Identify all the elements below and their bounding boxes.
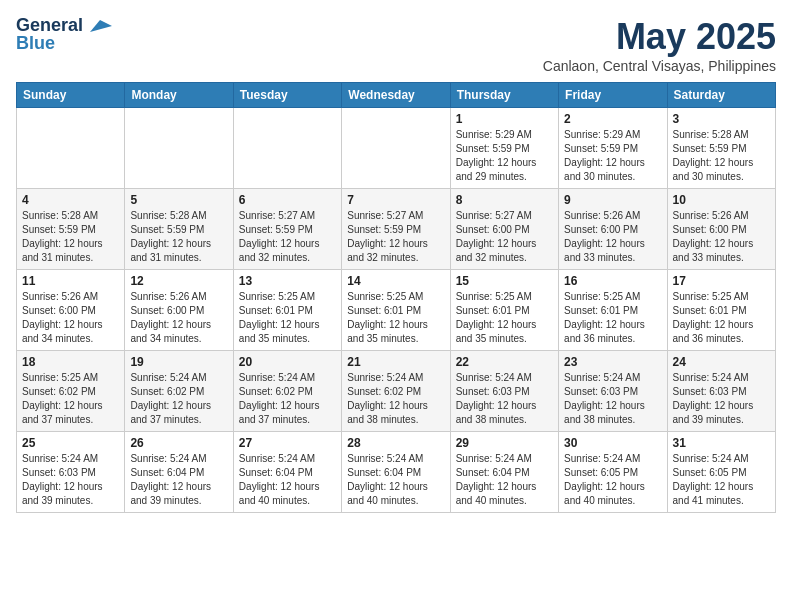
- weekday-tuesday: Tuesday: [233, 83, 341, 108]
- calendar-cell: 11Sunrise: 5:26 AM Sunset: 6:00 PM Dayli…: [17, 270, 125, 351]
- calendar-cell: 12Sunrise: 5:26 AM Sunset: 6:00 PM Dayli…: [125, 270, 233, 351]
- calendar-cell: 17Sunrise: 5:25 AM Sunset: 6:01 PM Dayli…: [667, 270, 775, 351]
- day-number: 6: [239, 193, 336, 207]
- calendar-cell: 10Sunrise: 5:26 AM Sunset: 6:00 PM Dayli…: [667, 189, 775, 270]
- day-number: 15: [456, 274, 553, 288]
- day-info: Sunrise: 5:24 AM Sunset: 6:04 PM Dayligh…: [456, 452, 553, 508]
- day-info: Sunrise: 5:27 AM Sunset: 6:00 PM Dayligh…: [456, 209, 553, 265]
- logo-blue-text: Blue: [16, 34, 55, 54]
- day-info: Sunrise: 5:26 AM Sunset: 6:00 PM Dayligh…: [564, 209, 661, 265]
- weekday-wednesday: Wednesday: [342, 83, 450, 108]
- day-info: Sunrise: 5:24 AM Sunset: 6:05 PM Dayligh…: [673, 452, 770, 508]
- day-number: 25: [22, 436, 119, 450]
- day-number: 13: [239, 274, 336, 288]
- day-number: 20: [239, 355, 336, 369]
- day-info: Sunrise: 5:24 AM Sunset: 6:03 PM Dayligh…: [564, 371, 661, 427]
- day-info: Sunrise: 5:24 AM Sunset: 6:04 PM Dayligh…: [347, 452, 444, 508]
- day-number: 9: [564, 193, 661, 207]
- calendar-cell: 14Sunrise: 5:25 AM Sunset: 6:01 PM Dayli…: [342, 270, 450, 351]
- day-number: 3: [673, 112, 770, 126]
- day-info: Sunrise: 5:24 AM Sunset: 6:04 PM Dayligh…: [130, 452, 227, 508]
- day-number: 23: [564, 355, 661, 369]
- day-number: 16: [564, 274, 661, 288]
- calendar-cell: 6Sunrise: 5:27 AM Sunset: 5:59 PM Daylig…: [233, 189, 341, 270]
- day-number: 7: [347, 193, 444, 207]
- weekday-saturday: Saturday: [667, 83, 775, 108]
- day-number: 27: [239, 436, 336, 450]
- day-number: 19: [130, 355, 227, 369]
- page-header: General Blue May 2025 Canlaon, Central V…: [16, 16, 776, 74]
- day-number: 1: [456, 112, 553, 126]
- day-info: Sunrise: 5:29 AM Sunset: 5:59 PM Dayligh…: [564, 128, 661, 184]
- day-info: Sunrise: 5:26 AM Sunset: 6:00 PM Dayligh…: [130, 290, 227, 346]
- day-number: 29: [456, 436, 553, 450]
- calendar-cell: 20Sunrise: 5:24 AM Sunset: 6:02 PM Dayli…: [233, 351, 341, 432]
- day-number: 26: [130, 436, 227, 450]
- day-info: Sunrise: 5:24 AM Sunset: 6:05 PM Dayligh…: [564, 452, 661, 508]
- calendar-cell: 28Sunrise: 5:24 AM Sunset: 6:04 PM Dayli…: [342, 432, 450, 513]
- calendar-cell: 26Sunrise: 5:24 AM Sunset: 6:04 PM Dayli…: [125, 432, 233, 513]
- day-number: 12: [130, 274, 227, 288]
- day-info: Sunrise: 5:24 AM Sunset: 6:02 PM Dayligh…: [239, 371, 336, 427]
- calendar-cell: 29Sunrise: 5:24 AM Sunset: 6:04 PM Dayli…: [450, 432, 558, 513]
- calendar-cell: 25Sunrise: 5:24 AM Sunset: 6:03 PM Dayli…: [17, 432, 125, 513]
- calendar-cell: 22Sunrise: 5:24 AM Sunset: 6:03 PM Dayli…: [450, 351, 558, 432]
- logo-icon: [90, 18, 112, 34]
- day-info: Sunrise: 5:25 AM Sunset: 6:01 PM Dayligh…: [564, 290, 661, 346]
- calendar-cell: 7Sunrise: 5:27 AM Sunset: 5:59 PM Daylig…: [342, 189, 450, 270]
- calendar-cell: 18Sunrise: 5:25 AM Sunset: 6:02 PM Dayli…: [17, 351, 125, 432]
- day-number: 17: [673, 274, 770, 288]
- weekday-thursday: Thursday: [450, 83, 558, 108]
- location: Canlaon, Central Visayas, Philippines: [543, 58, 776, 74]
- day-number: 30: [564, 436, 661, 450]
- day-info: Sunrise: 5:28 AM Sunset: 5:59 PM Dayligh…: [130, 209, 227, 265]
- day-number: 5: [130, 193, 227, 207]
- day-number: 14: [347, 274, 444, 288]
- calendar-cell: [125, 108, 233, 189]
- day-info: Sunrise: 5:24 AM Sunset: 6:02 PM Dayligh…: [347, 371, 444, 427]
- day-number: 24: [673, 355, 770, 369]
- day-info: Sunrise: 5:25 AM Sunset: 6:01 PM Dayligh…: [456, 290, 553, 346]
- day-number: 4: [22, 193, 119, 207]
- calendar-cell: 4Sunrise: 5:28 AM Sunset: 5:59 PM Daylig…: [17, 189, 125, 270]
- day-info: Sunrise: 5:24 AM Sunset: 6:04 PM Dayligh…: [239, 452, 336, 508]
- month-title: May 2025: [543, 16, 776, 58]
- day-number: 18: [22, 355, 119, 369]
- calendar-cell: 3Sunrise: 5:28 AM Sunset: 5:59 PM Daylig…: [667, 108, 775, 189]
- calendar-cell: 24Sunrise: 5:24 AM Sunset: 6:03 PM Dayli…: [667, 351, 775, 432]
- calendar-cell: 21Sunrise: 5:24 AM Sunset: 6:02 PM Dayli…: [342, 351, 450, 432]
- calendar-cell: 1Sunrise: 5:29 AM Sunset: 5:59 PM Daylig…: [450, 108, 558, 189]
- calendar-cell: 15Sunrise: 5:25 AM Sunset: 6:01 PM Dayli…: [450, 270, 558, 351]
- day-number: 10: [673, 193, 770, 207]
- day-info: Sunrise: 5:29 AM Sunset: 5:59 PM Dayligh…: [456, 128, 553, 184]
- day-number: 21: [347, 355, 444, 369]
- calendar-cell: 31Sunrise: 5:24 AM Sunset: 6:05 PM Dayli…: [667, 432, 775, 513]
- logo: General Blue: [16, 16, 112, 54]
- day-info: Sunrise: 5:24 AM Sunset: 6:02 PM Dayligh…: [130, 371, 227, 427]
- day-info: Sunrise: 5:26 AM Sunset: 6:00 PM Dayligh…: [673, 209, 770, 265]
- day-info: Sunrise: 5:28 AM Sunset: 5:59 PM Dayligh…: [22, 209, 119, 265]
- week-row-2: 4Sunrise: 5:28 AM Sunset: 5:59 PM Daylig…: [17, 189, 776, 270]
- weekday-sunday: Sunday: [17, 83, 125, 108]
- weekday-header-row: SundayMondayTuesdayWednesdayThursdayFrid…: [17, 83, 776, 108]
- week-row-3: 11Sunrise: 5:26 AM Sunset: 6:00 PM Dayli…: [17, 270, 776, 351]
- day-number: 11: [22, 274, 119, 288]
- calendar-cell: 5Sunrise: 5:28 AM Sunset: 5:59 PM Daylig…: [125, 189, 233, 270]
- calendar-cell: 16Sunrise: 5:25 AM Sunset: 6:01 PM Dayli…: [559, 270, 667, 351]
- day-number: 28: [347, 436, 444, 450]
- day-info: Sunrise: 5:28 AM Sunset: 5:59 PM Dayligh…: [673, 128, 770, 184]
- week-row-4: 18Sunrise: 5:25 AM Sunset: 6:02 PM Dayli…: [17, 351, 776, 432]
- day-number: 8: [456, 193, 553, 207]
- day-info: Sunrise: 5:25 AM Sunset: 6:02 PM Dayligh…: [22, 371, 119, 427]
- day-number: 22: [456, 355, 553, 369]
- calendar-cell: 9Sunrise: 5:26 AM Sunset: 6:00 PM Daylig…: [559, 189, 667, 270]
- day-info: Sunrise: 5:25 AM Sunset: 6:01 PM Dayligh…: [239, 290, 336, 346]
- day-info: Sunrise: 5:27 AM Sunset: 5:59 PM Dayligh…: [239, 209, 336, 265]
- weekday-friday: Friday: [559, 83, 667, 108]
- title-block: May 2025 Canlaon, Central Visayas, Phili…: [543, 16, 776, 74]
- calendar-cell: 2Sunrise: 5:29 AM Sunset: 5:59 PM Daylig…: [559, 108, 667, 189]
- calendar-cell: 27Sunrise: 5:24 AM Sunset: 6:04 PM Dayli…: [233, 432, 341, 513]
- day-info: Sunrise: 5:25 AM Sunset: 6:01 PM Dayligh…: [347, 290, 444, 346]
- calendar-cell: 19Sunrise: 5:24 AM Sunset: 6:02 PM Dayli…: [125, 351, 233, 432]
- day-info: Sunrise: 5:24 AM Sunset: 6:03 PM Dayligh…: [456, 371, 553, 427]
